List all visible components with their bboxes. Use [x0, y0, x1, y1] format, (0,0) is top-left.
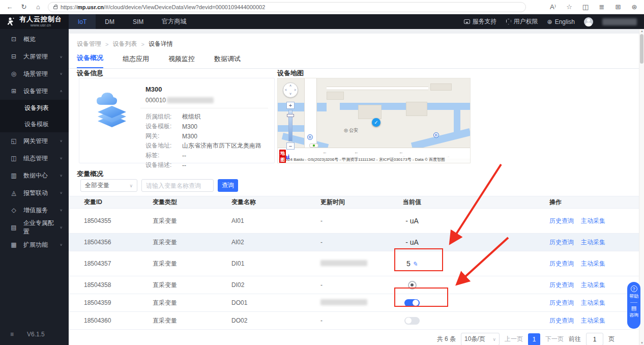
browser-bar: ←↻⌂ https://mp.usr.cn/#/cloud/device/Vie… [0, 0, 644, 14]
read-aloud-icon[interactable]: A⁾ [548, 3, 558, 11]
traffic-light-icon [309, 143, 318, 148]
action-历史查询[interactable]: 历史查询 [549, 217, 574, 225]
sidebar-item-网关管理[interactable]: ◱网关管理∨ [0, 132, 69, 150]
topnav-tab-SIM[interactable]: SIM [124, 14, 153, 29]
tab-数据调试[interactable]: 数据调试 [214, 53, 241, 68]
topnav-tab-官方商城[interactable]: 官方商城 [153, 14, 195, 29]
topnav-tab-IoT[interactable]: IoT [69, 14, 96, 29]
back-icon[interactable]: ← [5, 3, 14, 11]
map-location-marker[interactable]: ✓ [372, 118, 380, 127]
sidebar-icon: ▦ [10, 241, 17, 248]
sidebar-subitem-设备模板[interactable]: 设备模板 [0, 116, 69, 132]
scroll-down-icon[interactable]: ▼ [639, 341, 644, 344]
next-page-button[interactable]: 下一页 [545, 335, 564, 343]
pan-up-icon[interactable]: ˄ [289, 84, 291, 88]
sidebar-collapse-icon[interactable]: ≡ [10, 331, 14, 338]
sidebar-icon: ◎ [10, 70, 17, 77]
update-time [320, 299, 371, 307]
sidebar-item-数据中心[interactable]: ▥数据中心∨ [0, 167, 69, 184]
sidebar-item-扩展功能[interactable]: ▦扩展功能∨ [0, 236, 69, 253]
page-number-button[interactable]: 1 [528, 333, 540, 345]
value-toggle-off[interactable] [404, 317, 420, 325]
breadcrumb: 设备管理>设备列表>设备详情 [77, 40, 173, 48]
user-permission-button[interactable]: 用户权限 [506, 17, 538, 26]
shield-icon [506, 19, 511, 24]
page-size-select[interactable]: 10条/页 ∨ [461, 333, 500, 345]
query-button[interactable]: 查询 [218, 179, 238, 192]
action-历史查询[interactable]: 历史查询 [549, 317, 574, 325]
action-历史查询[interactable]: 历史查询 [549, 260, 574, 268]
service-support-label: 服务支持 [473, 17, 497, 26]
sidebar-item-设备管理[interactable]: ⊞设备管理∧ [0, 82, 69, 100]
chat-icon [464, 19, 470, 24]
tab-设备概况[interactable]: 设备概况 [77, 53, 103, 68]
help-icon[interactable]: ? [631, 285, 637, 292]
action-主动采集[interactable]: 主动采集 [581, 217, 605, 225]
tab-视频监控[interactable]: 视频监控 [168, 53, 195, 68]
variable-type-select[interactable]: 全部变量 ∨ [80, 179, 137, 192]
goto-page-input[interactable] [586, 333, 603, 345]
action-主动采集[interactable]: 主动采集 [581, 260, 605, 268]
action-主动采集[interactable]: 主动采集 [581, 317, 605, 325]
sidebar-subitem-设备列表[interactable]: 设备列表 [0, 100, 69, 116]
action-历史查询[interactable]: 历史查询 [549, 238, 574, 247]
sidebar-item-场景管理[interactable]: ◎场景管理∨ [0, 65, 69, 82]
favorites-bar-icon[interactable]: ≣ [597, 3, 606, 11]
device-map[interactable]: ← ← ← → → → B B ✓ ◎ 公安 ˄ ˂ ˃ ˅ + − Bai❋地… [277, 78, 471, 163]
app-title: 有人云控制台 [19, 16, 62, 22]
action-主动采集[interactable]: 主动采集 [581, 281, 605, 290]
pan-down-icon[interactable]: ˅ [289, 92, 291, 96]
refresh-icon[interactable]: ↻ [19, 3, 28, 11]
topnav-tab-DM[interactable]: DM [96, 14, 124, 29]
chevron-icon: ∨ [60, 191, 63, 194]
action-主动采集[interactable]: 主动采集 [581, 299, 605, 307]
float-help-widget[interactable]: ? 帮助 ▤ 咨询 [627, 282, 640, 329]
service-support-button[interactable]: 服务支持 [464, 17, 497, 26]
breadcrumb-item[interactable]: 设备列表 [112, 40, 137, 48]
content-top-strip [69, 29, 639, 34]
sidebar-icon: ⊡ [10, 36, 17, 43]
variable-search-input[interactable] [141, 179, 214, 192]
sidebar-item-增值服务[interactable]: ◇增值服务∨ [0, 202, 69, 219]
sidebar-item-大屏管理[interactable]: ⊟大屏管理∨ [0, 48, 69, 65]
bus-stop-icon: B [433, 132, 439, 138]
favorite-icon[interactable]: ☆ [565, 3, 574, 11]
map-building [358, 105, 382, 119]
sidebar-icon: ⊟ [10, 53, 17, 60]
scroll-up-icon[interactable]: ▲ [639, 30, 644, 33]
language-button[interactable]: ⊕ English [547, 18, 575, 25]
zoom-out-button[interactable]: − [286, 142, 295, 150]
pan-right-icon[interactable]: ˃ [294, 88, 296, 92]
sidebar-item-概览[interactable]: ⊡概览 [0, 31, 69, 48]
collections-icon[interactable]: ⊞ [613, 3, 623, 11]
action-主动采集[interactable]: 主动采集 [581, 238, 605, 247]
consult-label[interactable]: 咨询 [629, 312, 638, 319]
home-icon[interactable]: ⌂ [34, 3, 43, 11]
split-screen-icon[interactable]: ◫ [581, 3, 590, 11]
avatar[interactable] [584, 17, 593, 26]
pan-left-icon[interactable]: ˂ [285, 88, 287, 92]
tab-组态应用[interactable]: 组态应用 [123, 53, 149, 68]
prev-page-button[interactable]: 上一页 [505, 335, 523, 343]
document-icon[interactable]: ▤ [631, 305, 636, 311]
value-indicator-radio[interactable] [408, 281, 417, 290]
help-label[interactable]: 帮助 [629, 293, 638, 300]
action-历史查询[interactable]: 历史查询 [549, 281, 574, 290]
zoom-in-button[interactable]: + [286, 102, 295, 109]
address-bar[interactable]: https://mp.usr.cn/#/cloud/device/ViewDev… [48, 2, 526, 12]
map-pan-control[interactable]: ˄ ˂ ˃ ˅ [283, 82, 298, 98]
value-toggle-on[interactable] [404, 299, 420, 307]
browser-essentials-icon[interactable]: ⊛ [630, 3, 639, 11]
zoom-slider-thumb[interactable] [287, 114, 294, 117]
divider [630, 302, 637, 303]
edit-value-icon[interactable]: ✎ [413, 261, 418, 268]
sidebar-item-组态管理[interactable]: ◫组态管理∨ [0, 150, 69, 167]
sidebar-item-企业专属配置[interactable]: ▤企业专属配置∨ [0, 219, 69, 236]
sidebar-item-报警联动[interactable]: ◬报警联动∨ [0, 184, 69, 202]
logo[interactable]: 有人云控制台 www.usr.cn [0, 14, 69, 29]
breadcrumb-item[interactable]: 设备管理 [77, 40, 101, 48]
scrollbar-thumb[interactable] [640, 34, 643, 64]
action-历史查询[interactable]: 历史查询 [549, 299, 574, 307]
variables-table: 变量ID变量类型变量名称更新时间当前值操作18504355直采变量AI01-- … [69, 196, 639, 330]
chevron-icon: ∨ [60, 54, 63, 58]
